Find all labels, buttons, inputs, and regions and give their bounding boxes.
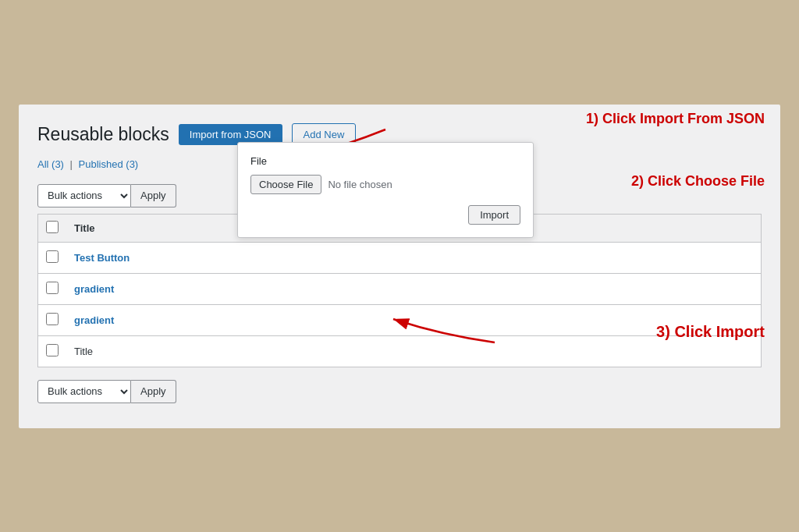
bulk-select-bottom: Bulk actions Apply bbox=[37, 380, 176, 403]
row-checkbox-3[interactable] bbox=[46, 344, 59, 356]
bulk-actions-select-top[interactable]: Bulk actions bbox=[37, 184, 131, 207]
select-all-header bbox=[38, 214, 67, 242]
import-button[interactable]: Import bbox=[468, 205, 520, 225]
row-checkbox-1[interactable] bbox=[46, 282, 59, 294]
row-check-cell bbox=[38, 335, 67, 367]
table-row: Title bbox=[38, 335, 762, 367]
file-label: File bbox=[250, 155, 520, 167]
bulk-select-top: Bulk actions Apply bbox=[37, 184, 176, 207]
table-row: gradient bbox=[38, 273, 762, 304]
screenshot-wrapper: Reusable blocks Import from JSON Add New… bbox=[17, 103, 782, 430]
import-json-popup: File Choose File No file chosen Import bbox=[237, 142, 534, 238]
choose-file-button[interactable]: Choose File bbox=[250, 175, 321, 194]
bulk-actions-select-bottom[interactable]: Bulk actions bbox=[37, 380, 131, 403]
no-file-text: No file chosen bbox=[328, 179, 392, 190]
row-checkbox-2[interactable] bbox=[46, 313, 59, 325]
row-title-link[interactable]: gradient bbox=[74, 314, 114, 326]
select-all-checkbox[interactable] bbox=[46, 221, 59, 233]
filter-published[interactable]: Published (3) bbox=[79, 158, 139, 170]
row-title-cell: Test Button bbox=[66, 242, 762, 273]
row-title-cell: Title bbox=[66, 335, 762, 367]
filter-separator: | bbox=[70, 158, 73, 170]
row-check-cell bbox=[38, 242, 67, 273]
table-body: Test ButtongradientgradientTitle bbox=[38, 242, 762, 367]
tablenav-bottom: Bulk actions Apply bbox=[37, 374, 762, 410]
filter-all[interactable]: All (3) bbox=[37, 158, 64, 170]
row-check-cell bbox=[38, 304, 67, 335]
row-title-cell: gradient bbox=[66, 273, 762, 304]
table-row: gradient bbox=[38, 304, 762, 335]
table-row: Test Button bbox=[38, 242, 762, 273]
popup-footer: Import bbox=[250, 205, 520, 225]
page-title: Reusable blocks bbox=[37, 124, 169, 145]
apply-button-bottom[interactable]: Apply bbox=[131, 380, 176, 403]
row-title-cell: gradient bbox=[66, 304, 762, 335]
row-check-cell bbox=[38, 273, 67, 304]
row-title-link[interactable]: gradient bbox=[74, 283, 114, 295]
row-title-link[interactable]: Test Button bbox=[74, 252, 130, 264]
apply-button-top[interactable]: Apply bbox=[131, 184, 176, 207]
file-input-row: Choose File No file chosen bbox=[250, 175, 520, 194]
row-checkbox-0[interactable] bbox=[46, 250, 59, 263]
